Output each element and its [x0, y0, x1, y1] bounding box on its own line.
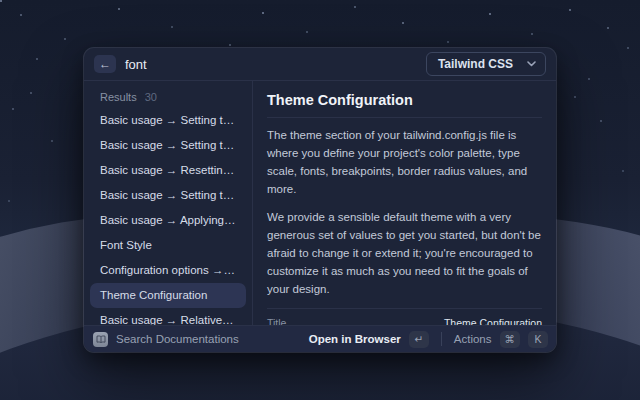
list-item[interactable]: Basic usage → Setting the font size [90, 133, 246, 158]
app-name-label: Search Documentations [116, 333, 239, 345]
list-item[interactable]: Basic usage → Setting the font family [90, 108, 246, 133]
return-key-badge: ↵ [409, 331, 429, 348]
chevron-down-icon [527, 61, 536, 67]
search-documentations-window: ← font Tailwind CSS Results 30 Basic usa… [84, 48, 556, 352]
metadata-row: TitleTheme Configuration [267, 313, 542, 325]
actions-button[interactable]: Actions [454, 333, 492, 345]
metadata-label: Title [267, 317, 286, 325]
results-header: Results 30 [90, 85, 246, 108]
list-item[interactable]: Font Style [90, 233, 246, 258]
list-item[interactable]: Basic usage → Relative line-heights [90, 308, 246, 325]
list-item[interactable]: Configuration options → Theme [90, 258, 246, 283]
list-item[interactable]: Basic usage → Applying font smooth... [90, 208, 246, 233]
title-divider [267, 117, 542, 118]
footer-divider [441, 332, 442, 346]
metadata-value: Theme Configuration [444, 317, 542, 325]
page-title: Theme Configuration [267, 92, 542, 108]
back-button[interactable]: ← [94, 55, 116, 73]
k-key-badge: K [528, 331, 548, 348]
source-dropdown[interactable]: Tailwind CSS [426, 52, 546, 76]
metadata-section: TitleTheme ConfigurationLanguageenScore1… [267, 308, 542, 325]
results-count: 30 [145, 91, 157, 103]
detail-paragraphs: The theme section of your tailwind.confi… [267, 127, 542, 298]
back-arrow-icon: ← [99, 58, 111, 70]
footer-bar: Search Documentations Open in Browser ↵ … [84, 325, 556, 352]
list-item[interactable]: Basic usage → Resetting numeric fo... [90, 158, 246, 183]
search-input[interactable]: font [125, 57, 417, 72]
command-key-badge: ⌘ [500, 331, 521, 348]
search-bar: ← font Tailwind CSS [84, 48, 556, 81]
window-content: Results 30 Basic usage → Setting the fon… [84, 81, 556, 325]
list-item[interactable]: Basic usage → Setting the font weight [90, 183, 246, 208]
results-list: Basic usage → Setting the font familyBas… [90, 108, 246, 325]
results-label: Results [100, 91, 137, 103]
open-in-browser-button[interactable]: Open in Browser [309, 333, 401, 345]
source-dropdown-value: Tailwind CSS [438, 57, 513, 71]
documentation-book-icon [93, 332, 108, 347]
starfield-background [0, 0, 2, 2]
description-paragraph: We provide a sensible default theme with… [267, 209, 542, 299]
results-sidebar: Results 30 Basic usage → Setting the fon… [84, 81, 253, 325]
detail-panel: Theme Configuration The theme section of… [253, 81, 556, 325]
metadata-divider [267, 308, 542, 309]
description-paragraph: The theme section of your tailwind.confi… [267, 127, 542, 199]
list-item[interactable]: Theme Configuration [90, 283, 246, 308]
